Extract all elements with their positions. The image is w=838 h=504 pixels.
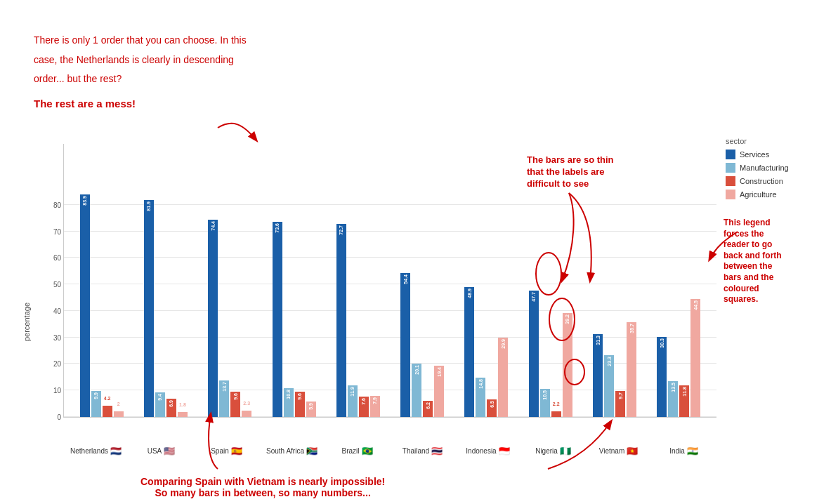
country-group-india: 30.313.511.844.5: [647, 299, 711, 417]
bar-netherlands-services: 83.9: [80, 194, 90, 417]
bar-rect-usa-construction: 6.9: [166, 399, 176, 417]
bottom-annotation: Comparing Spain with Vietnam is nearly i…: [140, 476, 385, 498]
legend: sector Services Manufacturing Constructi…: [726, 137, 824, 203]
y-tick-40: 40: [53, 307, 64, 314]
bar-india-construction: 11.8: [679, 385, 689, 417]
bar-label-india-agriculture: 44.5: [693, 299, 698, 312]
legend-item-manufacturing: Manufacturing: [726, 163, 824, 173]
legend-label-agriculture: Agriculture: [740, 190, 777, 199]
bar-rect-thailand-construction: 6.2: [423, 401, 433, 417]
x-label-nigeria: Nigeria 🇳🇬: [521, 446, 586, 456]
x-label-south-africa: South Africa 🇿🇦: [259, 446, 325, 456]
bar-spain-manufacturing: 13.7: [219, 380, 229, 417]
y-tick-50: 50: [53, 281, 64, 289]
bar-indonesia-services: 48.9: [464, 287, 474, 417]
bar-nigeria-agriculture: 39.2: [563, 313, 572, 417]
country-group-south-africa: 73.610.89.65.9: [262, 222, 326, 417]
country-group-vietnam: 31.323.39.735.7: [582, 322, 646, 417]
bar-rect-netherlands-manufacturing: 9.9: [91, 391, 101, 417]
bar-rect-spain-construction: 9.6: [230, 392, 240, 417]
bar-india-manufacturing: 13.5: [668, 381, 678, 417]
bar-rect-india-construction: 11.8: [679, 385, 689, 417]
bar-rect-indonesia-construction: 6.5: [487, 399, 497, 417]
bar-label-south-africa-manufacturing: 10.8: [286, 388, 291, 401]
bar-thailand-construction: 6.2: [423, 401, 433, 417]
bar-vietnam-manufacturing: 23.3: [604, 355, 614, 417]
bar-spain-construction: 9.6: [230, 392, 240, 417]
bar-label-indonesia-agriculture: 29.9: [501, 338, 506, 350]
legend-label-services: Services: [740, 150, 769, 159]
bar-label-indonesia-manufacturing: 14.8: [478, 378, 483, 390]
bar-rect-thailand-manufacturing: 20.1: [412, 364, 421, 417]
bar-rect-vietnam-services: 31.3: [593, 334, 603, 417]
bar-indonesia-construction: 6.5: [487, 399, 497, 417]
annotation-mess: The rest are a mess!: [34, 96, 357, 111]
bar-netherlands-agriculture: 2: [114, 411, 124, 417]
country-group-nigeria: 47.710.52.239.2: [518, 291, 582, 417]
country-group-usa: 81.99.46.91.8: [133, 200, 197, 417]
y-tick-20: 20: [53, 360, 64, 368]
annotation-line3: order... but the rest?: [34, 72, 357, 86]
bar-vietnam-services: 31.3: [593, 334, 603, 417]
bar-label-spain-manufacturing: 13.7: [222, 380, 227, 393]
bar-label-usa-services: 81.9: [146, 200, 151, 213]
y-axis-label: percentage: [22, 303, 31, 341]
bar-rect-brazil-services: 72.7: [336, 224, 346, 417]
bar-rect-usa-agriculture: 1.8: [178, 412, 188, 417]
legend-title: sector: [726, 137, 824, 145]
bar-label-indonesia-services: 48.9: [467, 287, 472, 300]
bar-netherlands-construction: 4.2: [103, 406, 112, 417]
bar-south-africa-agriculture: 5.9: [306, 402, 316, 417]
bar-rect-indonesia-manufacturing: 14.8: [476, 378, 485, 417]
bar-rect-nigeria-manufacturing: 10.5: [540, 389, 550, 417]
legend-swatch-construction: [726, 176, 735, 186]
bar-rect-nigeria-construction: 2.2: [551, 411, 561, 417]
y-tick-70: 70: [53, 227, 64, 235]
bar-brazil-services: 72.7: [336, 224, 346, 417]
bar-nigeria-manufacturing: 10.5: [540, 389, 550, 417]
bar-label-top-nigeria-construction: 2.2: [553, 402, 560, 406]
x-label-usa: USA 🇺🇸: [129, 446, 194, 456]
bar-rect-brazil-construction: 7.6: [359, 397, 369, 417]
legend-label-manufacturing: Manufacturing: [740, 164, 789, 172]
bar-rect-vietnam-construction: 9.7: [615, 391, 625, 417]
bar-label-brazil-construction: 7.6: [361, 397, 366, 406]
y-tick-0: 0: [57, 413, 64, 421]
y-tick-30: 30: [53, 333, 64, 341]
bar-label-usa-manufacturing: 9.4: [157, 392, 162, 402]
legend-item-construction: Construction: [726, 176, 824, 186]
country-group-thailand: 54.420.16.219.4: [390, 273, 454, 418]
x-label-india: India 🇮🇳: [651, 446, 716, 456]
bar-rect-netherlands-agriculture: 2: [114, 411, 124, 417]
bar-brazil-agriculture: 7.9: [370, 396, 380, 417]
bar-rect-india-manufacturing: 13.5: [668, 381, 678, 417]
legend-label-construction: Construction: [740, 177, 783, 185]
bar-indonesia-agriculture: 29.9: [498, 338, 508, 417]
bar-rect-thailand-agriculture: 19.4: [434, 366, 444, 417]
bar-vietnam-construction: 9.7: [615, 391, 625, 417]
country-group-netherlands: 83.99.94.22: [70, 194, 133, 417]
country-group-spain: 74.413.79.62.3: [198, 220, 262, 417]
bar-india-services: 30.3: [657, 337, 667, 417]
x-label-netherlands: Netherlands 🇳🇱: [63, 446, 129, 456]
bar-usa-manufacturing: 9.4: [155, 392, 165, 418]
bar-rect-usa-services: 81.9: [144, 200, 154, 417]
bar-rect-netherlands-services: 83.9: [80, 194, 90, 417]
bar-label-india-manufacturing: 13.5: [671, 381, 676, 394]
bar-label-south-africa-agriculture: 5.9: [308, 402, 313, 411]
bar-label-south-africa-services: 73.6: [275, 222, 280, 234]
country-group-brazil: 72.711.97.67.9: [326, 224, 390, 417]
bar-label-top-usa-agriculture: 1.8: [179, 402, 186, 407]
bar-label-usa-construction: 6.9: [169, 399, 174, 409]
bar-rect-usa-manufacturing: 9.4: [155, 392, 165, 418]
bar-rect-vietnam-manufacturing: 23.3: [604, 355, 614, 417]
bar-label-thailand-services: 54.4: [403, 273, 408, 286]
bar-usa-construction: 6.9: [166, 399, 176, 417]
bar-label-india-construction: 11.8: [682, 385, 687, 398]
bar-label-top-netherlands-construction: 4.2: [104, 396, 111, 401]
bar-rect-indonesia-agriculture: 29.9: [498, 338, 508, 417]
bar-nigeria-services: 47.7: [529, 291, 539, 417]
bar-rect-brazil-manufacturing: 11.9: [348, 385, 358, 417]
bar-rect-netherlands-construction: 4.2: [103, 406, 112, 417]
x-label-indonesia: Indonesia 🇮🇩: [455, 446, 521, 456]
